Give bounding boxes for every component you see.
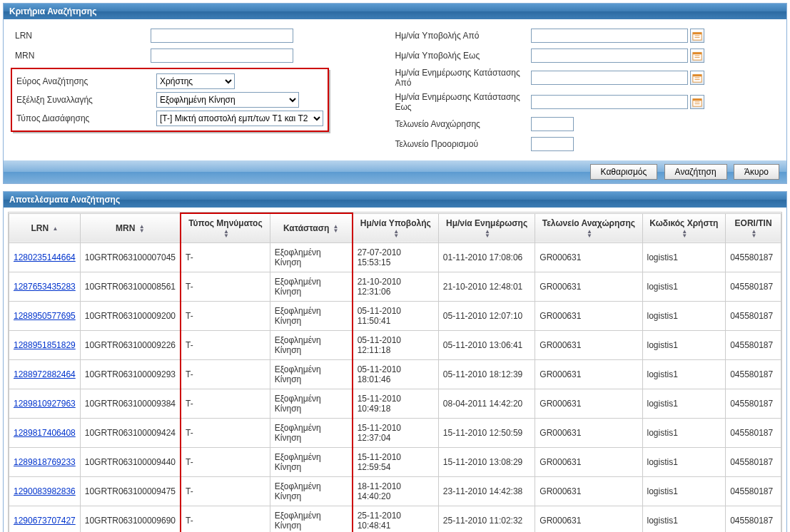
cancel-button[interactable]: Άκυρο xyxy=(734,164,779,180)
cell-mrn: 10GRTR063100009440 xyxy=(80,448,181,477)
calendar-icon[interactable] xyxy=(690,48,704,63)
cell-update: 23-11-2010 14:42:38 xyxy=(438,477,535,506)
lrn-link[interactable]: 1289817406408 xyxy=(14,428,76,438)
search-button[interactable]: Αναζήτηση xyxy=(664,164,727,180)
lrn-link[interactable]: 1288951851829 xyxy=(14,340,76,350)
status-update-to-input[interactable] xyxy=(531,95,688,109)
col-update-date[interactable]: Ημ/νία Ενημέρωσης ▲▼ xyxy=(438,213,535,243)
lrn-link[interactable]: 1280235144664 xyxy=(14,252,76,262)
criteria-panel: Κριτήρια Αναζήτησης LRN MRN Εύρος Αναζήτ… xyxy=(3,3,787,184)
svg-rect-13 xyxy=(692,99,701,101)
criteria-panel-header: Κριτήρια Αναζήτησης xyxy=(4,4,786,19)
action-bar: Καθαρισμός Αναζήτηση Άκυρο xyxy=(4,160,786,183)
cell-eori: 045580187 xyxy=(726,448,781,477)
destination-customs-input[interactable] xyxy=(531,137,574,151)
cell-customs: GR000631 xyxy=(535,419,642,448)
cell-submit: 05-11-2010 12:11:18 xyxy=(353,331,439,360)
sort-icon: ▲▼ xyxy=(587,230,592,238)
col-submit-date[interactable]: Ημ/νία Υποβολής ▲▼ xyxy=(353,213,439,243)
cell-status: Εξοφλημένη Κίνηση xyxy=(270,389,352,419)
departure-customs-input[interactable] xyxy=(531,117,574,131)
search-range-select[interactable]: Χρήστης xyxy=(156,73,235,89)
declaration-type-select[interactable]: [T-] Μικτή αποστολή εμπ/των T1 και T2 xyxy=(156,111,323,126)
cell-submit: 15-11-2010 10:49:18 xyxy=(353,389,439,419)
col-lrn[interactable]: LRN ▲ xyxy=(9,213,81,243)
cell-update: 21-10-2010 12:48:01 xyxy=(438,272,535,302)
status-update-from-input[interactable] xyxy=(531,71,688,85)
cell-customs: GR000631 xyxy=(535,477,642,506)
svg-rect-5 xyxy=(692,53,701,55)
col-user-code[interactable]: Κωδικός Χρήστη ▲▼ xyxy=(642,213,726,243)
cell-update: 15-11-2010 13:08:29 xyxy=(438,448,535,477)
results-panel-header: Αποτελέσματα Αναζήτησης xyxy=(4,192,786,208)
cell-submit: 21-10-2010 12:31:06 xyxy=(353,272,439,302)
calendar-icon[interactable] xyxy=(690,29,704,43)
submit-date-to-input[interactable] xyxy=(531,48,688,63)
transaction-progress-label: Εξέλιξη Συναλλαγής xyxy=(16,95,156,105)
table-header-row: LRN ▲ MRN ▲▼ Τύπος Μηνύματος ▲▼ Κατάστασ… xyxy=(9,213,781,243)
table-row: 128765343528310GRTR063100008561T-Εξοφλημ… xyxy=(9,272,781,302)
lrn-link[interactable]: 1289810927963 xyxy=(14,399,76,409)
lrn-link[interactable]: 1287653435283 xyxy=(14,282,76,292)
cell-lrn: 1288951851829 xyxy=(9,331,81,360)
cell-lrn: 1288950577695 xyxy=(9,302,81,331)
calendar-icon[interactable] xyxy=(690,71,704,85)
cell-update: 15-11-2010 12:50:59 xyxy=(438,419,535,448)
cell-lrn: 1288972882464 xyxy=(9,360,81,389)
departure-customs-label: Τελωνείο Αναχώρησης xyxy=(395,119,531,129)
cell-type: T- xyxy=(181,331,270,360)
col-msg-type[interactable]: Τύπος Μηνύματος ▲▼ xyxy=(181,213,270,243)
cell-type: T- xyxy=(181,360,270,389)
cell-mrn: 10GRTR063100009475 xyxy=(80,477,181,506)
cell-lrn: 1289817406408 xyxy=(9,419,81,448)
mrn-label: MRN xyxy=(15,51,151,61)
lrn-input[interactable] xyxy=(151,29,293,43)
cell-status: Εξοφλημένη Κίνηση xyxy=(270,477,352,506)
cell-update: 05-11-2010 12:07:10 xyxy=(438,302,535,331)
lrn-link[interactable]: 1290673707427 xyxy=(14,516,76,526)
cell-customs: GR000631 xyxy=(535,448,642,477)
cell-customs: GR000631 xyxy=(535,331,642,360)
clear-button[interactable]: Καθαρισμός xyxy=(590,164,658,180)
cell-mrn: 10GRTR063100007045 xyxy=(80,243,181,272)
lrn-link[interactable]: 1289818769233 xyxy=(14,457,76,467)
col-mrn[interactable]: MRN ▲▼ xyxy=(80,213,181,243)
cell-mrn: 10GRTR063100009200 xyxy=(80,302,181,331)
cell-user: logistis1 xyxy=(642,448,726,477)
destination-customs-label: Τελωνείο Προορισμού xyxy=(395,139,531,149)
table-row: 128981740640810GRTR063100009424T-Εξοφλημ… xyxy=(9,419,781,448)
sort-icon: ▲▼ xyxy=(333,225,339,233)
col-departure-customs[interactable]: Τελωνείο Αναχώρησης ▲▼ xyxy=(535,213,642,243)
cell-status: Εξοφλημένη Κίνηση xyxy=(270,360,352,389)
cell-update: 05-11-2010 13:06:41 xyxy=(438,331,535,360)
cell-eori: 045580187 xyxy=(726,389,781,419)
cell-user: logistis1 xyxy=(642,360,726,389)
lrn-link[interactable]: 1288950577695 xyxy=(14,311,76,321)
lrn-link[interactable]: 1288972882464 xyxy=(14,369,76,379)
cell-update: 05-11-2010 18:12:39 xyxy=(438,360,535,389)
calendar-icon[interactable] xyxy=(690,95,704,109)
cell-type: T- xyxy=(181,506,270,533)
cell-mrn: 10GRTR063100009293 xyxy=(80,360,181,389)
col-status[interactable]: Κατάσταση ▲▼ xyxy=(270,213,352,243)
cell-lrn: 1287653435283 xyxy=(9,272,81,302)
cell-status: Εξοφλημένη Κίνηση xyxy=(270,506,352,533)
cell-submit: 18-11-2010 14:40:20 xyxy=(353,477,439,506)
mrn-input[interactable] xyxy=(151,48,293,63)
transaction-progress-select[interactable]: Εξοφλημένη Κίνηση xyxy=(156,92,299,108)
cell-eori: 045580187 xyxy=(726,331,781,360)
submit-date-from-label: Ημ/νία Υποβολής Από xyxy=(395,31,531,41)
cell-submit: 15-11-2010 12:37:04 xyxy=(353,419,439,448)
cell-user: logistis1 xyxy=(642,477,726,506)
cell-lrn: 1289818769233 xyxy=(9,448,81,477)
cell-submit: 05-11-2010 18:01:46 xyxy=(353,360,439,389)
col-eori[interactable]: EORI/TIN ▲▼ xyxy=(726,213,781,243)
cell-submit: 15-11-2010 12:59:54 xyxy=(353,448,439,477)
cell-update: 25-11-2010 11:02:32 xyxy=(438,506,535,533)
cell-submit: 25-11-2010 10:48:41 xyxy=(353,506,439,533)
cell-status: Εξοφλημένη Κίνηση xyxy=(270,243,352,272)
cell-eori: 045580187 xyxy=(726,506,781,533)
cell-update: 08-04-2011 14:42:20 xyxy=(438,389,535,419)
lrn-link[interactable]: 1290083982836 xyxy=(14,486,76,496)
submit-date-from-input[interactable] xyxy=(531,29,688,43)
